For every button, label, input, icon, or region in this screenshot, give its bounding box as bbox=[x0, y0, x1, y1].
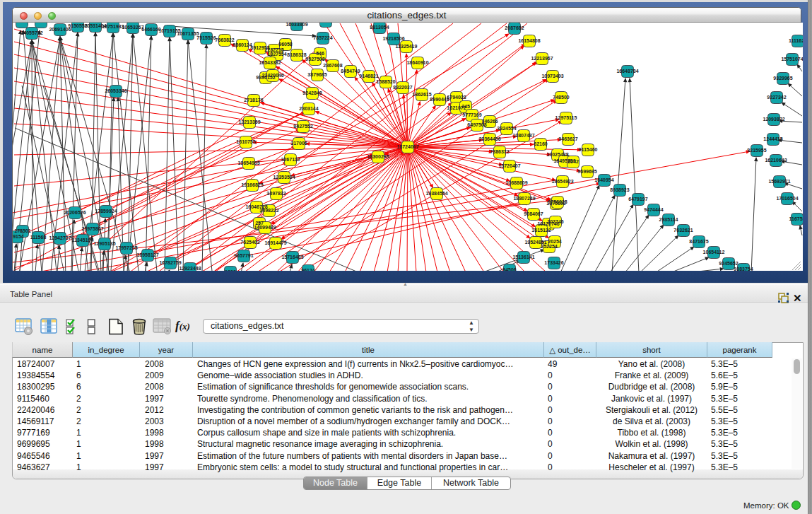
svg-text:9777169: 9777169 bbox=[462, 112, 481, 117]
svg-text:11345194: 11345194 bbox=[72, 238, 94, 243]
svg-text:9146821: 9146821 bbox=[359, 74, 378, 78]
svg-text:16751933: 16751933 bbox=[102, 24, 124, 29]
svg-text:12353594: 12353594 bbox=[273, 175, 295, 180]
svg-text:12213967: 12213967 bbox=[531, 56, 553, 61]
svg-text:9527508: 9527508 bbox=[305, 57, 324, 62]
svg-text:111568: 111568 bbox=[30, 235, 47, 240]
svg-text:1292: 1292 bbox=[225, 269, 236, 271]
svg-text:12905135: 12905135 bbox=[93, 241, 115, 246]
svg-text:22420046: 22420046 bbox=[261, 73, 283, 78]
svg-text:8186328: 8186328 bbox=[287, 52, 306, 57]
svg-text:96058: 96058 bbox=[278, 42, 293, 47]
svg-text:10671355: 10671355 bbox=[177, 31, 199, 36]
svg-text:8822037: 8822037 bbox=[393, 85, 412, 90]
svg-text:16154808: 16154808 bbox=[518, 38, 540, 43]
svg-text:23975867: 23975867 bbox=[81, 226, 103, 231]
svg-text:202746: 202746 bbox=[547, 219, 563, 224]
svg-text:15692971: 15692971 bbox=[768, 179, 790, 184]
svg-text:19384554: 19384554 bbox=[425, 191, 447, 196]
svg-text:2867608: 2867608 bbox=[323, 63, 342, 68]
svg-text:116753: 116753 bbox=[789, 216, 803, 221]
svg-text:1615132: 1615132 bbox=[531, 228, 551, 233]
svg-text:18300295: 18300295 bbox=[367, 154, 389, 159]
svg-text:9474444: 9474444 bbox=[644, 207, 663, 212]
svg-text:748500: 748500 bbox=[553, 95, 569, 100]
svg-text:26053346: 26053346 bbox=[105, 88, 126, 93]
svg-text:16914479: 16914479 bbox=[264, 240, 286, 245]
svg-text:15136141: 15136141 bbox=[512, 255, 534, 259]
svg-text:18640910: 18640910 bbox=[406, 60, 428, 65]
svg-text:10807487: 10807487 bbox=[512, 133, 534, 138]
svg-text:9245652: 9245652 bbox=[719, 261, 738, 266]
svg-text:14055712: 14055712 bbox=[20, 30, 42, 35]
svg-text:20206526: 20206526 bbox=[64, 210, 86, 215]
svg-text:62160: 62160 bbox=[534, 141, 548, 146]
svg-text:12942737: 12942737 bbox=[49, 235, 71, 240]
svg-text:7515526: 7515526 bbox=[196, 35, 216, 40]
svg-text:18724007: 18724007 bbox=[396, 144, 418, 149]
svg-text:17859924: 17859924 bbox=[95, 209, 117, 214]
svg-text:94506: 94506 bbox=[502, 267, 517, 271]
svg-text:8471675: 8471675 bbox=[689, 239, 708, 244]
svg-text:18807249: 18807249 bbox=[513, 196, 535, 201]
svg-text:19654923: 19654923 bbox=[551, 179, 573, 184]
svg-text:1588520: 1588520 bbox=[376, 79, 395, 84]
svg-text:2803144: 2803144 bbox=[299, 106, 318, 111]
svg-text:2935114: 2935114 bbox=[659, 217, 678, 222]
svg-text:7625402: 7625402 bbox=[240, 240, 259, 245]
svg-text:9463627: 9463627 bbox=[558, 136, 577, 141]
svg-text:10973493: 10973493 bbox=[541, 74, 563, 78]
svg-text:16648784: 16648784 bbox=[616, 69, 638, 74]
svg-text:10653267: 10653267 bbox=[122, 25, 143, 30]
svg-text:7632621: 7632621 bbox=[673, 228, 693, 233]
svg-text:9383754: 9383754 bbox=[734, 267, 753, 271]
svg-text:14099489: 14099489 bbox=[254, 225, 276, 230]
svg-text:8938923: 8938923 bbox=[610, 187, 629, 192]
svg-text:9242848: 9242848 bbox=[302, 90, 322, 95]
svg-text:2718176: 2718176 bbox=[244, 98, 263, 103]
svg-text:252254: 252254 bbox=[541, 244, 557, 249]
svg-text:17016504: 17016504 bbox=[776, 196, 798, 201]
svg-text:11325419: 11325419 bbox=[396, 44, 418, 49]
svg-text:546: 546 bbox=[316, 51, 324, 56]
svg-text:15716485: 15716485 bbox=[281, 255, 303, 259]
svg-text:17957255: 17957255 bbox=[115, 245, 137, 250]
svg-text:8042: 8042 bbox=[567, 159, 579, 164]
svg-text:16210643: 16210643 bbox=[765, 158, 787, 163]
svg-text:12975115: 12975115 bbox=[555, 115, 577, 120]
svg-text:1111624: 1111624 bbox=[789, 38, 803, 43]
svg-text:8454749: 8454749 bbox=[341, 69, 360, 74]
svg-text:1244415: 1244415 bbox=[763, 136, 782, 141]
svg-text:20364436: 20364436 bbox=[478, 136, 500, 141]
svg-text:9657791: 9657791 bbox=[234, 253, 253, 258]
svg-text:3879685: 3879685 bbox=[307, 72, 326, 77]
svg-text:16958127: 16958127 bbox=[136, 252, 158, 257]
svg-text:9329965: 9329965 bbox=[773, 76, 792, 81]
svg-text:96124: 96124 bbox=[301, 268, 315, 271]
svg-text:8215955: 8215955 bbox=[747, 148, 766, 153]
svg-text:12213369: 12213369 bbox=[238, 119, 260, 124]
svg-text:7663822: 7663822 bbox=[215, 37, 234, 42]
svg-text:1610755: 1610755 bbox=[236, 139, 255, 144]
svg-text:15751074: 15751074 bbox=[781, 57, 803, 62]
svg-text:12093872: 12093872 bbox=[763, 117, 784, 122]
svg-text:317006: 317006 bbox=[290, 141, 307, 146]
svg-text:15720407: 15720407 bbox=[498, 163, 520, 168]
svg-text:9699695: 9699695 bbox=[577, 169, 596, 174]
svg-text:9860124: 9860124 bbox=[233, 42, 252, 47]
svg-text:3824554: 3824554 bbox=[497, 126, 516, 131]
svg-text:12923448: 12923448 bbox=[179, 266, 201, 271]
svg-text:16033809: 16033809 bbox=[286, 23, 307, 27]
svg-text:6479197: 6479197 bbox=[628, 197, 647, 201]
svg-text:1640954: 1640954 bbox=[594, 177, 613, 182]
svg-text:10654112: 10654112 bbox=[703, 250, 725, 255]
svg-text:746266: 746266 bbox=[481, 119, 498, 124]
svg-text:9227342: 9227342 bbox=[767, 95, 786, 100]
svg-text:245: 245 bbox=[461, 104, 470, 109]
svg-text:9756928: 9756928 bbox=[548, 199, 567, 204]
svg-text:16782759: 16782759 bbox=[159, 260, 181, 265]
svg-text:7386372: 7386372 bbox=[490, 149, 509, 154]
svg-text:178501: 178501 bbox=[14, 228, 30, 233]
svg-text:2087682: 2087682 bbox=[505, 25, 524, 30]
svg-text:3267110: 3267110 bbox=[281, 157, 300, 162]
